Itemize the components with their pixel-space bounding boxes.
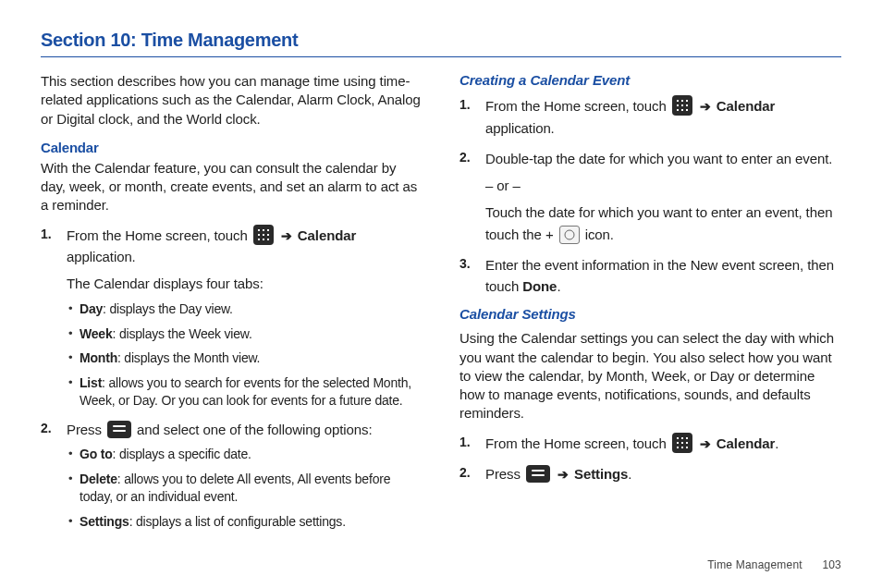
settings-step-1: 1. From the Home screen, touch ➔ Calenda…: [485, 433, 841, 455]
c2-b-post: icon.: [585, 227, 614, 242]
apps-grid-icon: [253, 225, 274, 245]
c2-a: Double-tap the date for which you want t…: [485, 151, 832, 166]
c3-post: .: [557, 278, 560, 294]
bullet-week: Week: displays the Week view.: [80, 325, 423, 343]
calendar-settings-heading: Calendar Settings: [459, 306, 841, 322]
calendar-word: Calendar: [717, 435, 775, 451]
step1-pre: From the Home screen, touch: [67, 227, 251, 243]
footer-label: Time Management: [707, 558, 802, 571]
arrow-icon: ➔: [557, 465, 569, 485]
settings-word: Settings: [574, 466, 628, 482]
calendar-settings-intro: Using the Calendar settings you can sele…: [459, 329, 841, 423]
create-step-1: 1. From the Home screen, touch ➔ Calenda…: [485, 95, 841, 139]
plus-ring-icon: [559, 226, 580, 244]
section-title: Section 10: Time Management: [41, 30, 841, 51]
creating-event-heading: Creating a Calendar Event: [459, 72, 841, 88]
apps-grid-icon: [672, 95, 692, 116]
calendar-settings-steps: 1. From the Home screen, touch ➔ Calenda…: [459, 433, 841, 485]
menu-icon: [526, 465, 550, 483]
arrow-icon: ➔: [700, 435, 711, 455]
apps-grid-icon: [672, 433, 692, 453]
right-column: Creating a Calendar Event 1. From the Ho…: [459, 72, 841, 540]
done-word: Done: [522, 278, 557, 294]
page-footer: Time Management 103: [707, 558, 841, 571]
bullet-delete: Delete: allows you to delete All events,…: [80, 471, 423, 506]
s2-pre: Press: [485, 466, 524, 482]
create-step-3: 3. Enter the event information in the Ne…: [485, 254, 841, 298]
c1-pre: From the Home screen, touch: [485, 98, 670, 114]
bullet-goto: Go to: displays a specific date.: [80, 446, 423, 463]
intro-text: This section describes how you can manag…: [41, 72, 423, 129]
bullet-day: Day: displays the Day view.: [80, 300, 423, 318]
c2-b-pre: Touch the date for which you want to ent…: [485, 204, 832, 241]
arrow-icon: ➔: [281, 227, 292, 247]
calendar-heading: Calendar: [41, 140, 423, 155]
c1-post: application.: [485, 120, 555, 136]
calendar-word: Calendar: [717, 98, 775, 114]
bullet-list: List: allows you to search for events fo…: [80, 374, 423, 410]
step1-line2: The Calendar displays four tabs:: [67, 273, 423, 294]
step2-pre: Press: [67, 422, 105, 437]
calendar-intro: With the Calendar feature, you can consu…: [41, 159, 423, 215]
calendar-step-1: 1. From the Home screen, touch ➔ Calenda…: [67, 225, 423, 410]
s1-post: .: [775, 435, 778, 451]
creating-event-steps: 1. From the Home screen, touch ➔ Calenda…: [459, 95, 841, 297]
tab-bullets: Day: displays the Day view. Week: displa…: [67, 300, 423, 410]
two-column-layout: This section describes how you can manag…: [41, 72, 841, 540]
option-bullets: Go to: displays a specific date. Delete:…: [67, 446, 423, 531]
section-rule: [41, 56, 841, 57]
menu-icon: [107, 421, 131, 438]
s1-pre: From the Home screen, touch: [485, 435, 670, 451]
bullet-month: Month: displays the Month view.: [80, 349, 423, 367]
calendar-steps: 1. From the Home screen, touch ➔ Calenda…: [41, 225, 423, 531]
left-column: This section describes how you can manag…: [41, 72, 423, 540]
step2-post: and select one of the following options:: [137, 422, 373, 437]
page-number: 103: [822, 558, 841, 571]
s2-post: .: [628, 466, 631, 482]
create-step-2: 2. Double-tap the date for which you wan…: [485, 148, 841, 245]
calendar-step-2: 2. Press and select one of the following…: [67, 419, 423, 531]
bullet-settings: Settings: displays a list of configurabl…: [80, 513, 423, 531]
or-divider: – or –: [485, 175, 841, 196]
step1-post: application.: [67, 249, 136, 264]
arrow-icon: ➔: [700, 97, 711, 117]
calendar-word: Calendar: [298, 227, 356, 243]
settings-step-2: 2. Press ➔ Settings.: [485, 463, 841, 485]
